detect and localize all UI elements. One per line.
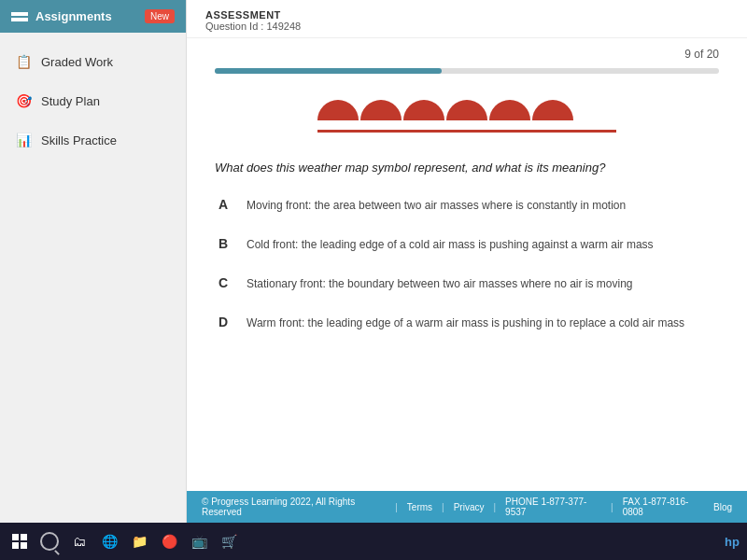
taskbar-file-icon[interactable]: 🗂 [67,529,92,553]
search-icon [40,532,59,551]
progress-bar-fill [215,68,442,74]
option-a-text: Moving front: the area between two air m… [247,197,626,214]
option-a-letter: A [218,197,233,212]
taskbar-search-button[interactable] [37,529,62,553]
footer-terms[interactable]: Terms [407,502,432,512]
question-area: 9 of 20 [187,38,747,491]
main-content: ASSESSMENT Question Id : 149248 9 of 20 [187,0,747,523]
taskbar-app-icon[interactable]: 📺 [187,529,211,553]
option-c-text: Stationary front: the boundary between t… [247,275,633,292]
option-b-text: Cold front: the leading edge of a cold a… [247,236,654,253]
semicircle-1 [317,100,359,120]
sidebar-nav: 📋 Graded Work 🎯 Study Plan 📊 Skills Prac… [0,33,186,169]
footer-blog[interactable]: Blog [713,502,732,512]
footer-separator-4: | [611,502,613,512]
taskbar-browser-icon[interactable]: 🌐 [97,529,121,553]
sidebar: Assignments New 📋 Graded Work 🎯 Study Pl… [0,0,187,523]
footer-phone: PHONE 1-877-377-9537 [505,497,601,517]
graded-work-icon: 📋 [15,53,32,70]
semicircle-6 [532,100,573,120]
sidebar-item-study-plan[interactable]: 🎯 Study Plan [0,81,186,120]
sidebar-title: Assignments [35,9,112,23]
assessment-header: ASSESSMENT Question Id : 149248 [187,0,747,38]
taskbar-folder-icon[interactable]: 📁 [127,529,151,553]
weather-diagram [215,92,719,142]
skills-practice-label: Skills Practice [41,133,117,147]
option-b-letter: B [218,236,233,251]
sidebar-header: Assignments New [0,0,186,33]
option-b[interactable]: B Cold front: the leading edge of a cold… [215,231,719,259]
footer-privacy[interactable]: Privacy [454,502,485,512]
skills-practice-icon: 📊 [15,132,32,148]
option-d-text: Warm front: the leading edge of a warm a… [247,315,684,331]
sidebar-item-graded-work[interactable]: 📋 Graded Work [0,42,186,81]
footer-copyright: © Progress Learning 2022, All Rights Res… [202,497,386,517]
windows-icon [12,534,27,549]
option-a[interactable]: A Moving front: the area between two air… [215,191,719,219]
footer: © Progress Learning 2022, All Rights Res… [187,491,747,523]
assignments-icon [11,10,28,23]
front-line [317,130,616,133]
option-c[interactable]: C Stationary front: the boundary between… [215,270,719,298]
new-badge: New [145,9,175,23]
option-d-letter: D [218,315,233,329]
question-counter: 9 of 20 [215,48,719,61]
answer-options: A Moving front: the area between two air… [215,191,719,337]
sidebar-item-skills-practice[interactable]: 📊 Skills Practice [0,120,186,160]
semicircle-5 [489,100,530,120]
semicircles-container [317,100,573,120]
windows-start-button[interactable] [7,529,32,553]
assessment-label: ASSESSMENT [205,9,728,21]
option-d[interactable]: D Warm front: the leading edge of a warm… [215,309,719,337]
taskbar: 🗂 🌐 📁 🔴 📺 🛒 hp [0,523,747,560]
progress-bar-container [215,68,719,74]
semicircle-2 [360,100,402,120]
taskbar-store-icon[interactable]: 🛒 [217,529,241,553]
graded-work-label: Graded Work [41,55,113,69]
taskbar-chrome-icon[interactable]: 🔴 [157,529,181,553]
question-id: Question Id : 149248 [205,21,728,32]
question-text: What does this weather map symbol repres… [215,161,719,175]
footer-fax: FAX 1-877-816-0808 [623,497,704,517]
study-plan-icon: 🎯 [15,92,32,109]
semicircle-4 [446,100,487,120]
footer-separator-2: | [442,502,444,512]
footer-separator-3: | [493,502,496,512]
warm-front-symbol [317,102,616,133]
footer-separator-1: | [395,502,398,512]
option-c-letter: C [218,275,233,290]
hp-logo: hp [725,535,740,549]
study-plan-label: Study Plan [41,94,100,108]
semicircle-3 [403,100,444,120]
